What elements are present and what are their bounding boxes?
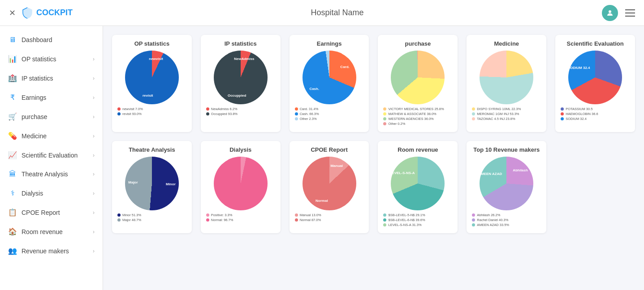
legend-text: POTASSIUM 30.5 <box>566 107 592 111</box>
legend-theatre-analysis: Minor 51.3%Major 48.7% <box>117 213 186 223</box>
legend-item-scientific-evaluation: POTASSIUM 30.5 <box>561 107 630 111</box>
pie-label-top-10-revenue: AMEEN AZAD <box>478 172 502 176</box>
sidebar-item-theatre-analysis[interactable]: 🏛 Theatre Analysis › <box>0 165 103 183</box>
legend-item-ip-statistics: NewAdmiss 6.2% <box>206 107 275 111</box>
legend-dot <box>206 213 209 217</box>
chart-container-purchase[interactable] <box>391 51 445 104</box>
legend-text: WESTERN AGENCIES 36.0% <box>388 117 433 121</box>
pie-label-op-statistics: newvisit <box>149 57 163 61</box>
sidebar-label-dashboard: Dashboard <box>22 36 52 43</box>
sidebar-item-op-statistics[interactable]: 📊 OP statistics › <box>0 49 103 68</box>
legend-text: newvisit 7.0% <box>122 107 143 111</box>
legend-purchase: VICTORY MEDICAL STORES 25.8%MATHEW & ASS… <box>383 107 452 127</box>
chevron-icon-medicine: › <box>93 133 95 139</box>
pie-label-op-statistics: revisit <box>143 94 153 98</box>
menu-line-1 <box>625 9 635 10</box>
chart-container-earnings[interactable]: Card.Cash. <box>303 51 356 104</box>
sidebar-item-medicine[interactable]: 💊 Medicine › <box>0 126 103 145</box>
legend-item-purchase: WESTERN AGENCIES 36.0% <box>383 117 452 121</box>
legend-dot <box>472 107 475 111</box>
legend-text: TAZOMAC 4.5 INJ 23.8% <box>477 117 515 121</box>
pie-cpoe-report: ManualNormal <box>303 157 356 210</box>
sidebar-item-dialysis[interactable]: ⚕ Dialysis › <box>0 183 103 203</box>
legend-ip-statistics: NewAdmiss 6.2%Occuppied 93.8% <box>206 107 275 117</box>
chevron-icon-op-statistics: › <box>93 56 95 62</box>
legend-text: Other 0.2% <box>388 122 405 126</box>
legend-item-room-revenue: $SB-LEVEL-6-N$ 39.6% <box>383 218 452 222</box>
legend-text: LEVEL-S-NS-A 31.3% <box>388 223 421 227</box>
sidebar-item-scientific-evaluation[interactable]: 📈 Scientific Evaluation › <box>0 145 103 165</box>
legend-item-medicine: DISPO SYRING 10ML 22.3% <box>472 107 541 111</box>
legend-medicine: DISPO SYRING 10ML 22.3%MEROMAC 1GM INJ 5… <box>472 107 541 122</box>
legend-earnings: Card. 31.4%Cash. 66.3%Other 2.3% <box>295 107 364 122</box>
chart-title-earnings: Earnings <box>317 40 342 47</box>
sidebar-item-cpoe-report[interactable]: 📋 CPOE Report › <box>0 203 103 222</box>
legend-text: MEROMAC 1GM INJ 53.3% <box>477 112 519 116</box>
chart-title-ip-statistics: IP statistics <box>225 40 257 47</box>
pie-label-top-10-revenue: Abhilash <box>513 169 528 173</box>
legend-dialysis: Positive: 3.3%Normal: 96.7% <box>206 213 275 223</box>
chart-container-room-revenue[interactable]: LEVEL-S-NS-A <box>391 157 445 210</box>
sidebar-icon-medicine: 💊 <box>8 132 17 140</box>
menu-button[interactable] <box>625 9 635 17</box>
chart-container-top-10-revenue[interactable]: AbhilashAMEEN AZAD <box>480 157 533 210</box>
chevron-icon-theatre-analysis: › <box>93 171 95 177</box>
sidebar-label-medicine: Medicine <box>22 132 47 140</box>
legend-text: revisit 93.0% <box>122 112 142 116</box>
legend-dot <box>472 223 475 226</box>
sidebar-item-earnings[interactable]: ₹ Earnings › <box>0 88 103 107</box>
close-button[interactable]: ✕ <box>9 8 16 18</box>
sidebar-item-room-revenue[interactable]: 🏠 Room revenue › <box>0 222 103 241</box>
legend-item-dialysis: Normal: 96.7% <box>206 218 275 222</box>
chart-container-scientific-evaluation[interactable]: SODIUM 32.4 <box>568 51 622 104</box>
pie-scientific-evaluation: SODIUM 32.4 <box>568 51 622 104</box>
sidebar-label-purchase: purchase <box>22 113 48 120</box>
chart-card-room-revenue: Room revenueLEVEL-S-NS-A$SB-LEVEL-5-N$ 2… <box>378 141 458 233</box>
legend-dot <box>383 218 386 222</box>
sidebar-label-earnings: Earnings <box>22 94 46 101</box>
legend-item-op-statistics: revisit 93.0% <box>117 112 186 116</box>
legend-dot <box>295 117 298 120</box>
pie-label-earnings: Cash. <box>309 87 319 91</box>
sidebar-item-ip-statistics[interactable]: 🏥 IP statistics › <box>0 68 103 88</box>
chevron-icon-revenue-makers: › <box>93 248 95 254</box>
sidebar-icon-revenue-makers: 👥 <box>8 247 17 255</box>
sidebar-icon-op-statistics: 📊 <box>8 55 17 63</box>
pie-label-theatre-analysis: Major <box>128 180 138 185</box>
sidebar-item-revenue-makers[interactable]: 👥 Revenue makers › <box>0 241 103 260</box>
sidebar-item-left: ⚕ Dialysis <box>8 189 43 197</box>
pie-top-10-revenue: AbhilashAMEEN AZAD <box>480 157 533 210</box>
charts-grid: OP statisticsnewvisitrevisitnewvisit 7.0… <box>112 35 635 233</box>
legend-item-scientific-evaluation: SODIUM 32.4 <box>561 117 630 121</box>
sidebar-item-left: 🏛 Theatre Analysis <box>8 170 68 178</box>
chart-container-ip-statistics[interactable]: NewAdmissOccuppied <box>214 51 268 104</box>
user-avatar-button[interactable] <box>602 5 618 21</box>
header-right <box>602 5 635 21</box>
chart-title-room-revenue: Room revenue <box>398 146 438 153</box>
sidebar-item-purchase[interactable]: 🛒 purchase › <box>0 107 103 126</box>
legend-dot <box>472 117 475 120</box>
sidebar-icon-cpoe-report: 📋 <box>8 208 17 217</box>
sidebar-icon-purchase: 🛒 <box>8 112 17 121</box>
chart-card-dialysis: DialysisPositive: 3.3%Normal: 96.7% <box>201 141 281 233</box>
chart-container-dialysis[interactable] <box>214 157 268 210</box>
chart-container-theatre-analysis[interactable]: MinorMajor <box>125 157 179 210</box>
pie-label-scientific-evaluation: SODIUM 32.4 <box>568 66 590 70</box>
chart-title-medicine: Medicine <box>494 40 519 47</box>
chart-container-cpoe-report[interactable]: ManualNormal <box>303 157 356 210</box>
chart-title-purchase: purchase <box>405 40 431 47</box>
pie-room-revenue: LEVEL-S-NS-A <box>391 157 445 210</box>
legend-text: Card. 31.4% <box>300 107 319 111</box>
legend-item-purchase: Other 0.2% <box>383 122 452 126</box>
sidebar-label-ip-statistics: IP statistics <box>22 75 53 82</box>
sidebar-label-cpoe-report: CPOE Report <box>22 209 60 216</box>
chevron-icon-dialysis: › <box>93 190 95 196</box>
svg-point-0 <box>609 10 611 13</box>
legend-text: Rachel Daniel 40.3% <box>477 218 508 222</box>
sidebar-item-dashboard[interactable]: 🖥 Dashboard <box>0 30 103 49</box>
legend-item-top-10-revenue: AMEEN AZAD 33.5% <box>472 223 541 227</box>
chart-container-medicine[interactable] <box>480 51 533 104</box>
legend-item-earnings: Cash. 66.3% <box>295 112 364 116</box>
legend-item-earnings: Card. 31.4% <box>295 107 364 111</box>
chart-container-op-statistics[interactable]: newvisitrevisit <box>125 51 179 104</box>
